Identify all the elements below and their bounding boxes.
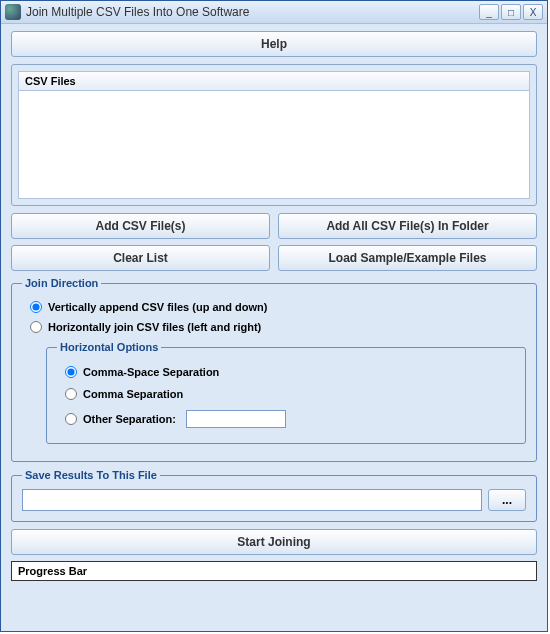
comma-option[interactable]: Comma Separation bbox=[57, 383, 515, 405]
csv-files-column: CSV Files bbox=[25, 75, 503, 87]
horizontal-options-group: Horizontal Options Comma-Space Separatio… bbox=[46, 341, 526, 444]
comma-space-radio[interactable] bbox=[65, 366, 77, 378]
comma-label: Comma Separation bbox=[83, 388, 183, 400]
maximize-button[interactable]: □ bbox=[501, 4, 521, 20]
comma-radio[interactable] bbox=[65, 388, 77, 400]
save-results-legend: Save Results To This File bbox=[22, 469, 160, 481]
csv-list-header[interactable]: CSV Files bbox=[18, 71, 530, 91]
other-label: Other Separation: bbox=[83, 413, 176, 425]
close-button[interactable]: X bbox=[523, 4, 543, 20]
vertical-radio[interactable] bbox=[30, 301, 42, 313]
app-icon bbox=[5, 4, 21, 20]
horizontal-option[interactable]: Horizontally join CSV files (left and ri… bbox=[22, 317, 526, 337]
minimize-button[interactable]: _ bbox=[479, 4, 499, 20]
csv-file-list[interactable] bbox=[18, 91, 530, 199]
other-separation-option[interactable]: Other Separation: bbox=[57, 405, 515, 433]
add-folder-button[interactable]: Add All CSV File(s) In Folder bbox=[278, 213, 537, 239]
browse-button[interactable]: ... bbox=[488, 489, 526, 511]
join-direction-legend: Join Direction bbox=[22, 277, 101, 289]
save-row: ... bbox=[22, 489, 526, 511]
join-direction-group: Join Direction Vertically append CSV fil… bbox=[11, 277, 537, 462]
csv-panel: CSV Files bbox=[11, 64, 537, 206]
progress-bar: Progress Bar bbox=[11, 561, 537, 581]
help-button[interactable]: Help bbox=[11, 31, 537, 57]
horizontal-label: Horizontally join CSV files (left and ri… bbox=[48, 321, 261, 333]
window-controls: _ □ X bbox=[479, 4, 543, 20]
other-separation-input[interactable] bbox=[186, 410, 286, 428]
main-window: Join Multiple CSV Files Into One Softwar… bbox=[0, 0, 548, 632]
csv-extra-column bbox=[503, 75, 523, 87]
save-path-input[interactable] bbox=[22, 489, 482, 511]
start-joining-button[interactable]: Start Joining bbox=[11, 529, 537, 555]
save-results-group: Save Results To This File ... bbox=[11, 469, 537, 522]
horizontal-radio[interactable] bbox=[30, 321, 42, 333]
clear-list-button[interactable]: Clear List bbox=[11, 245, 270, 271]
load-sample-button[interactable]: Load Sample/Example Files bbox=[278, 245, 537, 271]
titlebar[interactable]: Join Multiple CSV Files Into One Softwar… bbox=[1, 1, 547, 24]
button-row-2: Clear List Load Sample/Example Files bbox=[11, 245, 537, 271]
vertical-label: Vertically append CSV files (up and down… bbox=[48, 301, 267, 313]
content-area: Help CSV Files Add CSV File(s) Add All C… bbox=[1, 24, 547, 588]
other-radio[interactable] bbox=[65, 413, 77, 425]
vertical-option[interactable]: Vertically append CSV files (up and down… bbox=[22, 297, 526, 317]
add-csv-button[interactable]: Add CSV File(s) bbox=[11, 213, 270, 239]
comma-space-option[interactable]: Comma-Space Separation bbox=[57, 361, 515, 383]
button-row-1: Add CSV File(s) Add All CSV File(s) In F… bbox=[11, 213, 537, 239]
comma-space-label: Comma-Space Separation bbox=[83, 366, 219, 378]
horizontal-options-legend: Horizontal Options bbox=[57, 341, 161, 353]
window-title: Join Multiple CSV Files Into One Softwar… bbox=[26, 5, 479, 19]
